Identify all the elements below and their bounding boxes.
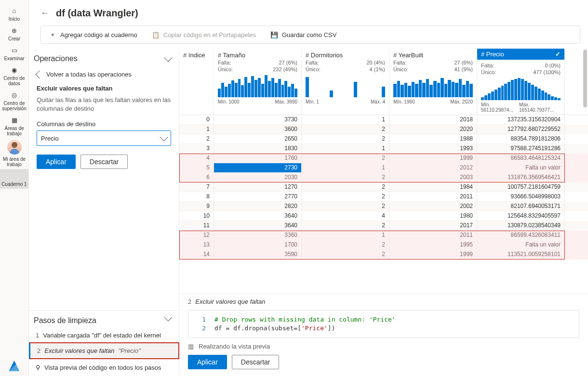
step-item[interactable]: 1 Variable cargada "df" del estado del k…	[29, 328, 179, 343]
save-icon: 💾	[270, 31, 278, 39]
column-header-dorm[interactable]: # DormitoriosFalta:20 (4%)Único:4 (1%)Mí…	[302, 49, 389, 115]
apply-button[interactable]: Aplicar	[37, 155, 76, 169]
database-icon: ◉	[10, 65, 19, 75]
table-row[interactable]: 6203022003131876.3569546421	[179, 173, 588, 182]
column-header-year[interactable]: # YearBuiltFalta:27 (6%)Único:41 (9%)Mín…	[389, 49, 477, 115]
table-row[interactable]: 1233601201186599.4326083411	[179, 231, 588, 240]
header: ← df (data Wrangler)	[29, 0, 588, 21]
cleaning-steps-panel: Pasos de limpieza 1 Variable cargada "df…	[29, 310, 179, 376]
clipboard-icon: 📋	[152, 31, 160, 39]
back-arrow-icon[interactable]: ←	[40, 8, 49, 18]
table-row[interactable]: 0373012018137235.3156320904	[179, 115, 588, 125]
home-icon: ⌂	[10, 6, 19, 15]
folder-icon: ▭	[10, 45, 19, 55]
nav-item-plus-circle[interactable]: ⊕Crear	[0, 24, 28, 43]
page-title: df (data Wrangler)	[56, 8, 138, 19]
data-grid: # índice# TamañoFalta:27 (6%)Único:232 (…	[179, 49, 588, 376]
table-row[interactable]: 10364041980125648.8329405597	[179, 211, 588, 221]
column-header-tamano[interactable]: # TamañoFalta:27 (6%)Único:232 (49%)Mín.…	[214, 49, 302, 115]
steps-title: Pasos de limpieza	[34, 316, 96, 325]
loading-icon: ▥	[188, 343, 194, 350]
target-columns-label: Columnas de destino	[37, 120, 171, 128]
column-header-precio[interactable]: # PrecioFalta:0 (0%)Único:477 (100%)Mín.…	[477, 49, 565, 115]
operation-description: Quitar las filas a las que les faltan va…	[37, 96, 171, 113]
table-row[interactable]: 5273012012Falta un valor	[179, 163, 588, 173]
table-row[interactable]: 226502198888354.7891812806	[179, 134, 588, 144]
code-step-title: Excluir valores que faltan	[195, 298, 265, 305]
target-column-select[interactable]: Precio	[37, 130, 171, 146]
fabric-logo-icon	[9, 361, 20, 371]
table-row[interactable]: 827702201193666.5048998003	[179, 192, 588, 202]
operations-panel: Operaciones Volver a todas las operacion…	[29, 49, 179, 376]
workspace-icon: ▦	[10, 115, 19, 125]
copy-code-button[interactable]: 📋 Copiar código en el Portapapeles	[152, 31, 256, 39]
nav-item-monitor[interactable]: ◎Centro de supervisión	[0, 88, 28, 113]
operation-title: Excluir valores que faltan	[37, 85, 171, 92]
nav-item-workspace[interactable]: ▦Áreas de trabajo	[0, 113, 28, 138]
save-csv-button[interactable]: 💾 Guardar como CSV	[270, 31, 336, 39]
table-row[interactable]: 11364022017130879.0238540349	[179, 221, 588, 231]
notebook-icon	[10, 171, 19, 181]
operations-title: Operaciones	[34, 54, 78, 63]
status-message: ▥ Realizando la vista previa	[188, 343, 579, 350]
avatar-icon	[7, 140, 22, 155]
back-to-operations-link[interactable]: Volver a todas las operaciones	[37, 71, 171, 78]
monitor-icon: ◎	[10, 90, 19, 100]
step-item-active[interactable]: 2 Excluir valores que faltan "Precio"	[29, 343, 179, 359]
table-row[interactable]: 318301199397588.2745191286	[179, 144, 588, 154]
table-row[interactable]: 1360022020127792.6807229552	[179, 125, 588, 134]
table-row[interactable]: 928202200282107.6940053171	[179, 202, 588, 211]
apply-code-button[interactable]: Aplicar	[188, 355, 227, 369]
preview-all-code-link[interactable]: ⚲ Vista previa del código en todos los p…	[29, 359, 179, 376]
toolbar: ＋ Agregar código al cuaderno 📋 Copiar có…	[40, 26, 580, 44]
column-header-indice[interactable]: # índice	[179, 49, 214, 115]
nav-item-notebook[interactable]: Cuaderno 1	[0, 169, 28, 189]
table-row[interactable]: 7127021984100757.2181604759	[179, 182, 588, 192]
nav-item-avatar[interactable]: Mi área de trabajo	[0, 138, 28, 169]
nav-item-database[interactable]: ◉Centro de datos	[0, 63, 28, 88]
discard-code-button[interactable]: Descartar	[232, 355, 280, 369]
code-preview-panel: 2 Excluir valores que faltan 1# Drop row…	[179, 294, 588, 376]
code-icon: ⚲	[36, 364, 40, 371]
table-row[interactable]: 14359021999113521.0059258101	[179, 250, 588, 259]
nav-rail: ⌂Inicio⊕Crear▭Examinar◉Centro de datos◎C…	[0, 0, 29, 376]
plus-circle-icon: ⊕	[10, 26, 19, 35]
vertical-scrollbar[interactable]	[581, 49, 588, 376]
code-editor[interactable]: 1# Drop rows with missing data in column…	[188, 310, 579, 338]
column-headers: # índice# TamañoFalta:27 (6%)Único:232 (…	[179, 49, 588, 115]
chevron-down-icon[interactable]	[164, 54, 173, 62]
discard-button[interactable]: Descartar	[80, 155, 128, 169]
nav-item-home[interactable]: ⌂Inicio	[0, 4, 28, 24]
chevron-left-icon	[36, 70, 44, 78]
chevron-down-icon[interactable]	[164, 313, 173, 322]
check-icon	[555, 51, 561, 58]
data-rows[interactable]: 0373012018137235.31563209041360022020127…	[179, 115, 588, 294]
table-row[interactable]: 13170021995Falta un valor	[179, 240, 588, 250]
add-code-button[interactable]: ＋ Agregar código al cuaderno	[49, 31, 137, 39]
chevron-down-icon	[160, 133, 168, 142]
table-row[interactable]: 417602199986583.4648125324	[179, 154, 588, 163]
nav-item-folder[interactable]: ▭Examinar	[0, 43, 28, 63]
plus-icon: ＋	[49, 31, 56, 39]
